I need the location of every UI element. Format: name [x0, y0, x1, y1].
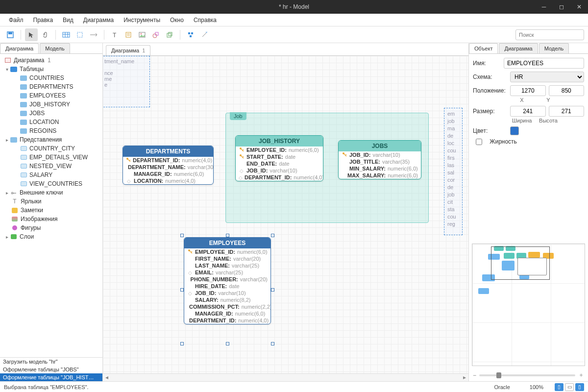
tree-table-item[interactable]: COUNTRIES	[0, 74, 102, 82]
window-title: * hr - Model	[279, 3, 309, 10]
svg-text:T: T	[113, 32, 117, 38]
svg-point-13	[141, 33, 142, 34]
svg-rect-20	[190, 35, 192, 37]
tree-layers[interactable]: ▸Слои	[0, 232, 102, 241]
entity-job-history[interactable]: JOB_HISTORY EMPLOYEE_ID: numeric(6,0)STA…	[235, 135, 323, 181]
pos-y-field[interactable]	[549, 85, 585, 96]
status-db: Oracle	[494, 384, 510, 390]
layout-btn-3[interactable]: ▯	[575, 383, 584, 391]
tree-view-item[interactable]: COUNTRY_CITY	[0, 144, 102, 153]
tree-view-item[interactable]: EMP_DETAILS_VIEW	[0, 153, 102, 162]
ghost-entity-right: emjobmadeloccoufirslassalcordejobcitstac…	[444, 108, 463, 235]
size-h-field[interactable]	[549, 106, 585, 117]
menu-window[interactable]: Окно	[165, 15, 189, 25]
tree-table-item[interactable]: JOB_HISTORY	[0, 100, 102, 109]
tree-root[interactable]: Диаграмма 1	[0, 56, 102, 65]
minimap[interactable]	[472, 244, 585, 366]
history-item-selected[interactable]: Оформление таблицы "JOB_HIST…	[0, 373, 102, 381]
tree-images[interactable]: Изображения	[0, 215, 102, 223]
statusbar: Выбрана таблица "EMPLOYEES". Oracle 100%…	[0, 381, 588, 392]
group-icon[interactable]	[163, 28, 176, 41]
hand-icon[interactable]	[39, 28, 51, 41]
menu-help[interactable]: Справка	[189, 15, 221, 25]
svg-rect-17	[169, 32, 172, 36]
select-area-icon[interactable]	[74, 28, 86, 41]
search-input[interactable]	[515, 29, 584, 40]
text-icon[interactable]: T	[108, 28, 121, 41]
toolbar: T	[0, 26, 588, 43]
tree-notes[interactable]: Заметки	[0, 206, 102, 215]
zoom-out-icon[interactable]: −	[473, 372, 476, 379]
tab-diagram-r[interactable]: Диаграмма	[499, 43, 538, 53]
search-box	[515, 29, 584, 40]
tree[interactable]: Диаграмма 1 ▾Таблицы COUNTRIES DEPARTMEN…	[0, 54, 102, 357]
table-icon[interactable]	[60, 28, 73, 41]
svg-rect-16	[167, 33, 171, 37]
maximize-icon[interactable]: ◻	[553, 0, 570, 14]
zoom-slider[interactable]	[479, 374, 575, 376]
tree-table-item[interactable]: EMPLOYEES	[0, 91, 102, 100]
close-icon[interactable]: ✕	[570, 0, 588, 14]
tree-table-item[interactable]: LOCATION	[0, 118, 102, 126]
layout-btn-1[interactable]: ▯	[555, 383, 564, 391]
bold-checkbox[interactable]	[476, 139, 482, 145]
size-w-field[interactable]	[510, 106, 546, 117]
pointer-icon[interactable]	[25, 28, 38, 41]
zoom-in-icon[interactable]: ＋	[578, 371, 584, 379]
svg-rect-6	[77, 32, 82, 37]
tree-tables[interactable]: ▾Таблицы	[0, 65, 102, 74]
svg-rect-19	[191, 32, 193, 34]
canvas[interactable]: tment_name nce me e emjobmadeloccoufirsl…	[103, 56, 468, 373]
color-swatch[interactable]	[510, 126, 519, 135]
save-icon[interactable]	[4, 28, 17, 41]
tree-table-item[interactable]: JOBS	[0, 109, 102, 118]
right-tabs: Объект Диаграмма Модель	[469, 43, 588, 54]
menubar: Файл Правка Вид Диаграмма Инструменты Ок…	[0, 14, 588, 26]
tree-labels[interactable]: TЯрлыки	[0, 197, 102, 206]
titlebar: * hr - Model ─ ◻ ✕	[0, 0, 588, 14]
entity-jobs[interactable]: JOBS JOB_ID: varchar(10)JOB_TITLE: varch…	[338, 140, 421, 179]
status-zoom: 100%	[530, 384, 543, 390]
tree-view-item[interactable]: SALARY	[0, 171, 102, 179]
note-icon[interactable]	[122, 28, 135, 41]
tree-table-item[interactable]: DEPARTMENTS	[0, 82, 102, 91]
minimap-viewport[interactable]	[491, 246, 550, 280]
menu-view[interactable]: Вид	[58, 15, 78, 25]
ghost-entity: tment_name nce me e	[103, 56, 150, 107]
menu-tools[interactable]: Инструменты	[119, 15, 165, 25]
minimize-icon[interactable]: ─	[535, 0, 553, 14]
history-item[interactable]: Загрузить модель "hr"	[0, 358, 102, 366]
tab-object[interactable]: Объект	[469, 43, 498, 53]
entity-employees[interactable]: EMPLOYEES EMPLOYEE_ID: numeric(6,0)FIRST…	[184, 237, 271, 324]
name-field[interactable]	[504, 58, 584, 69]
tree-views[interactable]: ▸Представления	[0, 135, 102, 144]
svg-rect-18	[188, 32, 190, 34]
group-label: Job	[230, 112, 246, 120]
menu-edit[interactable]: Правка	[28, 15, 58, 25]
menu-file[interactable]: Файл	[4, 15, 28, 25]
horizontal-scrollbar[interactable]: ◂▸	[103, 373, 468, 381]
tab-diagram[interactable]: Диаграмма	[0, 43, 39, 53]
right-panel: Объект Диаграмма Модель Имя: Схема:HR По…	[468, 43, 588, 381]
tree-fkeys[interactable]: ▸⟜Внешние ключи	[0, 188, 102, 197]
entity-departments[interactable]: DEPARTMENTS DEPARTMENT_ID: numeric(4,0)D…	[122, 146, 214, 185]
tree-table-item[interactable]: REGOINS	[0, 126, 102, 135]
menu-diagram[interactable]: Диаграмма	[78, 15, 119, 25]
shape-icon[interactable]	[149, 28, 162, 41]
tree-view-item[interactable]: NESTED_VIEW	[0, 162, 102, 171]
schema-select[interactable]: HR	[510, 72, 584, 82]
pos-x-field[interactable]	[510, 85, 546, 96]
image-icon[interactable]	[136, 28, 148, 41]
zoom-bar: − ＋	[469, 369, 588, 381]
properties-panel: Имя: Схема:HR Положение: XY Размер: Шири…	[469, 54, 588, 152]
relation-icon[interactable]	[87, 28, 100, 41]
magic-icon[interactable]	[198, 28, 211, 41]
tree-view-item[interactable]: VIEW_COUNTRIES	[0, 179, 102, 188]
layout-icon[interactable]	[184, 28, 197, 41]
tab-model-r[interactable]: Модель	[539, 43, 569, 53]
history-item[interactable]: Оформление таблицы "JOBS"	[0, 366, 102, 373]
canvas-tab[interactable]: Диаграмма 1	[106, 45, 150, 55]
tree-shapes[interactable]: Фигуры	[0, 223, 102, 232]
layout-btn-2[interactable]: ▭	[565, 383, 574, 391]
tab-model[interactable]: Модель	[40, 43, 70, 53]
